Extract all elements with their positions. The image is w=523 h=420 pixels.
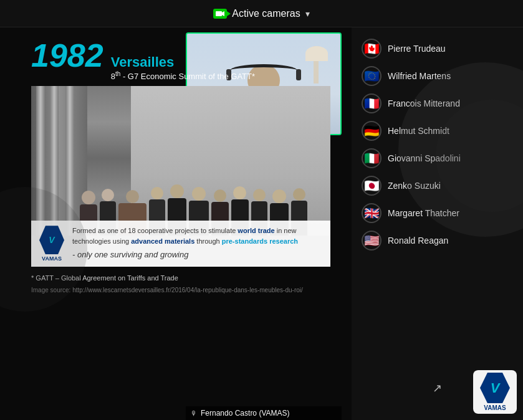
overlay-description: Formed as one of 18 cooperative projects…	[72, 226, 324, 261]
flag-icon: 🇫🇷	[362, 93, 381, 113]
participant-item: 🇺🇸Ronald Reagan	[352, 227, 523, 254]
participants-list: 🇨🇦Pierre Trudeau🇪🇺Wilfried Martens🇫🇷Fran…	[352, 35, 523, 254]
overlay-bold-pre-standards: pre-standards research	[222, 237, 298, 245]
participant-name: Francois Mitterand	[388, 98, 460, 108]
photo-area: V VAMAS Formed as one of 18 cooperative …	[31, 86, 335, 420]
flag-icon: 🇬🇧	[362, 203, 381, 223]
participant-item: 🇫🇷Francois Mitterand	[352, 90, 523, 117]
slide-area: 1982 Versailles 8th - G7 Economic Summit…	[0, 27, 348, 420]
vamas-label: VAMAS	[42, 255, 62, 262]
summit-description: 8th - G7 Economic Summit of the GATT*	[111, 70, 255, 81]
participant-name: Zenko Suzuki	[388, 181, 441, 191]
flag-icon: 🇮🇹	[362, 148, 381, 168]
participant-item: 🇨🇦Pierre Trudeau	[352, 35, 523, 62]
participant-item: 🇮🇹Giovanni Spadolini	[352, 145, 523, 172]
footnote: * GATT – Global Agreement on Tariffs and…	[31, 270, 335, 284]
flag-icon: 🇩🇪	[362, 121, 381, 141]
location-name: Versailles	[111, 54, 255, 70]
participant-item: 🇬🇧Margaret Thatcher	[352, 199, 523, 227]
svg-rect-0	[216, 11, 222, 16]
flag-icon: 🇨🇦	[362, 39, 381, 59]
flag-icon: 🇪🇺	[362, 66, 381, 86]
image-source: Image source: http://www.lescarnetsdever…	[31, 285, 335, 296]
participant-item: 🇪🇺Wilfried Martens	[352, 62, 523, 90]
overlay-text-p1: Formed as one of 18 cooperative projects…	[72, 227, 238, 234]
vamas-hex-icon: V	[39, 226, 64, 254]
vamas-logo-small: V VAMAS	[36, 226, 67, 262]
camera-icon	[213, 9, 227, 19]
overlay-bold-advanced-materials: advanced materials	[131, 237, 194, 245]
participants-sidebar: 🇨🇦Pierre Trudeau🇪🇺Wilfried Martens🇫🇷Fran…	[352, 27, 523, 420]
overlay-bold-world-trade: world trade	[238, 227, 274, 234]
participant-name: Ronald Reagan	[388, 236, 448, 246]
chevron-down-icon[interactable]: ▾	[305, 9, 310, 19]
participant-name: Giovanni Spadolini	[388, 153, 461, 163]
participant-name: Helmut Schmidt	[388, 126, 449, 136]
participant-item: 🇯🇵Zenko Suzuki	[352, 172, 523, 199]
participant-name: Wilfried Martens	[388, 71, 451, 81]
location-block: Versailles 8th - G7 Economic Summit of t…	[111, 54, 255, 81]
svg-marker-1	[222, 11, 224, 16]
vamas-hex-large-icon: V	[480, 373, 510, 403]
historical-photo: V VAMAS Formed as one of 18 cooperative …	[31, 86, 330, 267]
vamas-label-br: VAMAS	[484, 404, 506, 411]
vamas-logo-bottom-right: V VAMAS	[473, 370, 517, 414]
participant-item: 🇩🇪Helmut Schmidt	[352, 117, 523, 145]
flag-icon: 🇯🇵	[362, 176, 381, 196]
header-bar: Active cameras ▾	[0, 0, 523, 27]
overlay-text-p3: through	[194, 237, 221, 245]
participant-name: Margaret Thatcher	[388, 208, 459, 218]
overlay-tagline: - only one surviving and growing	[72, 249, 324, 261]
active-cameras-label: Active cameras	[232, 8, 300, 19]
year-header: 1982 Versailles 8th - G7 Economic Summit…	[0, 27, 348, 86]
participant-name: Pierre Trudeau	[388, 44, 446, 54]
flag-icon: 🇺🇸	[362, 231, 381, 251]
year-number: 1982	[31, 37, 103, 74]
photo-overlay: V VAMAS Formed as one of 18 cooperative …	[31, 221, 330, 267]
